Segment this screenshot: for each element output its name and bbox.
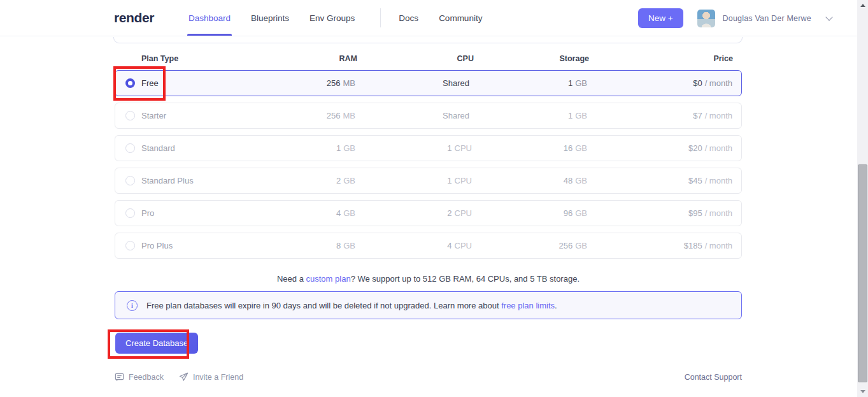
price-value: $45 bbox=[688, 176, 702, 185]
storage-value: 1 bbox=[568, 111, 573, 120]
contact-support-link[interactable]: Contact Support bbox=[685, 373, 742, 382]
feedback-label: Feedback bbox=[129, 373, 164, 382]
plan-row-starter[interactable]: Starter 256MB Shared 1GB $7/ month bbox=[115, 103, 742, 129]
cpu-unit: CPU bbox=[455, 143, 472, 153]
notice-text-post: . bbox=[555, 301, 557, 310]
plan-selection-section: Plan Type RAM CPU Storage Price Free 256… bbox=[115, 36, 742, 382]
radio-selected-icon[interactable] bbox=[125, 78, 135, 88]
plan-name: Starter bbox=[141, 111, 166, 120]
plan-name: Pro bbox=[141, 208, 154, 218]
price-unit: / month bbox=[705, 208, 732, 218]
price-unit: / month bbox=[705, 78, 732, 88]
cpu-value: Shared bbox=[443, 78, 469, 88]
storage-value: 256 bbox=[559, 241, 573, 250]
notice-text-pre: Free plan databases will expire in 90 da… bbox=[146, 301, 501, 310]
price-value: $95 bbox=[688, 208, 702, 218]
cpu-value: 2 bbox=[447, 208, 452, 218]
cpu-unit: CPU bbox=[455, 208, 472, 218]
create-database-button[interactable]: Create Database bbox=[115, 333, 198, 354]
scroll-down-arrow-icon[interactable] bbox=[857, 386, 868, 397]
radio-unselected-icon[interactable] bbox=[125, 143, 135, 153]
column-header-plan-type: Plan Type bbox=[127, 54, 245, 63]
scrollbar-thumb[interactable] bbox=[858, 164, 867, 382]
price-unit: / month bbox=[705, 176, 732, 185]
invite-friend-label: Invite a Friend bbox=[193, 373, 243, 382]
scroll-up-arrow-icon[interactable] bbox=[857, 0, 868, 11]
cpu-unit: CPU bbox=[455, 176, 472, 185]
plan-row-standard-plus[interactable]: Standard Plus 2GB 1CPU 48GB $45/ month bbox=[115, 168, 742, 194]
plan-name: Standard bbox=[141, 143, 175, 153]
free-plan-limits-link[interactable]: free plan limits bbox=[501, 301, 555, 310]
nav-divider bbox=[380, 8, 381, 27]
cpu-value: Shared bbox=[443, 111, 469, 120]
plan-name: Free bbox=[141, 78, 159, 88]
price-unit: / month bbox=[705, 241, 732, 250]
price-unit: / month bbox=[705, 111, 732, 120]
avatar[interactable] bbox=[697, 10, 715, 27]
plan-row-pro[interactable]: Pro 4GB 2CPU 96GB $95/ month bbox=[115, 200, 742, 226]
ram-value: 2 bbox=[336, 176, 341, 185]
custom-plan-text-post: ? We support up to 512 GB RAM, 64 CPUs, … bbox=[351, 274, 580, 284]
feedback-link[interactable]: Feedback bbox=[115, 372, 164, 382]
column-header-price: Price bbox=[589, 54, 733, 63]
plan-row-pro-plus[interactable]: Pro Plus 8GB 4CPU 256GB $185/ month bbox=[115, 233, 742, 259]
nav-tab-dashboard[interactable]: Dashboard bbox=[189, 0, 231, 36]
storage-value: 16 bbox=[564, 143, 573, 153]
ram-unit: GB bbox=[343, 143, 355, 153]
storage-unit: GB bbox=[575, 143, 587, 153]
storage-value: 1 bbox=[568, 78, 573, 88]
nav-tab-docs[interactable]: Docs bbox=[399, 0, 418, 36]
custom-plan-link[interactable]: custom plan bbox=[306, 274, 351, 284]
free-plan-notice-banner: i Free plan databases will expire in 90 … bbox=[115, 291, 742, 319]
radio-unselected-icon[interactable] bbox=[125, 111, 135, 120]
radio-unselected-icon[interactable] bbox=[125, 176, 135, 185]
custom-plan-note: Need a custom plan? We support up to 512… bbox=[115, 274, 742, 284]
radio-unselected-icon[interactable] bbox=[125, 208, 135, 218]
render-logo[interactable]: render bbox=[114, 10, 154, 25]
ram-value: 256 bbox=[327, 111, 341, 120]
price-value: $20 bbox=[688, 143, 702, 153]
new-button[interactable]: New + bbox=[638, 8, 683, 28]
ram-value: 1 bbox=[336, 143, 341, 153]
user-menu[interactable]: Douglas Van Der Merwe bbox=[683, 10, 832, 27]
plan-row-standard[interactable]: Standard 1GB 1CPU 16GB $20/ month bbox=[115, 135, 742, 161]
storage-unit: GB bbox=[575, 241, 587, 250]
plan-table-header: Plan Type RAM CPU Storage Price bbox=[115, 36, 742, 70]
nav-tab-blueprints[interactable]: Blueprints bbox=[251, 0, 289, 36]
info-icon: i bbox=[127, 300, 138, 311]
ram-value: 256 bbox=[327, 78, 341, 88]
column-header-ram: RAM bbox=[245, 54, 357, 63]
storage-value: 96 bbox=[564, 208, 573, 218]
price-unit: / month bbox=[705, 143, 732, 153]
feedback-speech-bubble-icon bbox=[115, 372, 124, 382]
invite-friend-link[interactable]: Invite a Friend bbox=[179, 372, 243, 382]
chevron-down-icon[interactable] bbox=[825, 13, 832, 20]
notice-text: Free plan databases will expire in 90 da… bbox=[146, 301, 557, 310]
nav-tab-community[interactable]: Community bbox=[439, 0, 482, 36]
ram-value: 4 bbox=[336, 208, 341, 218]
vertical-scrollbar[interactable] bbox=[857, 0, 868, 397]
ram-unit: MB bbox=[343, 111, 356, 120]
main-nav: Dashboard Blueprints Env Groups Docs Com… bbox=[189, 0, 502, 36]
cpu-value: 1 bbox=[447, 143, 452, 153]
nav-tab-env-groups[interactable]: Env Groups bbox=[309, 0, 355, 36]
plan-name: Pro Plus bbox=[141, 241, 173, 250]
ram-unit: GB bbox=[343, 208, 355, 218]
radio-unselected-icon[interactable] bbox=[125, 241, 135, 250]
column-header-storage: Storage bbox=[474, 54, 589, 63]
paper-plane-icon bbox=[179, 372, 189, 382]
cpu-value: 1 bbox=[447, 176, 452, 185]
cpu-unit: CPU bbox=[455, 241, 472, 250]
price-value: $185 bbox=[684, 241, 702, 250]
storage-value: 48 bbox=[564, 176, 573, 185]
ram-unit: GB bbox=[343, 176, 355, 185]
ram-unit: MB bbox=[343, 78, 356, 88]
top-navbar: render Dashboard Blueprints Env Groups D… bbox=[0, 0, 857, 36]
user-name: Douglas Van Der Merwe bbox=[723, 14, 811, 23]
page-footer: Feedback Invite a Friend Contact Support bbox=[115, 372, 742, 382]
plan-row-free[interactable]: Free 256MB Shared 1GB $0/ month bbox=[115, 70, 742, 96]
price-value: $0 bbox=[693, 78, 702, 88]
ram-value: 8 bbox=[336, 241, 341, 250]
ram-unit: GB bbox=[343, 241, 355, 250]
cpu-value: 4 bbox=[447, 241, 452, 250]
